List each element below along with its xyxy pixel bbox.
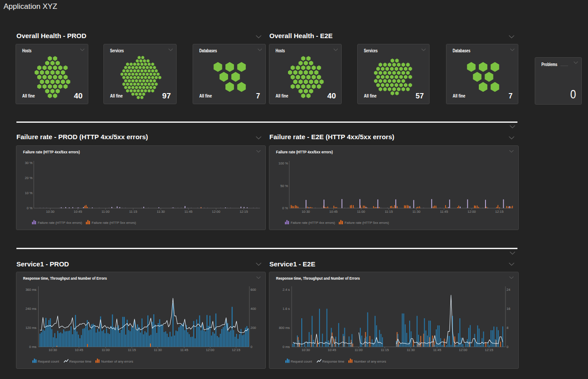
svg-text:0: 0: [251, 345, 253, 349]
svg-text:0 ms: 0 ms: [29, 345, 37, 349]
svg-text:10:30: 10:30: [46, 210, 55, 214]
svg-text:11:15: 11:15: [129, 210, 137, 214]
svg-text:Request count: Request count: [291, 359, 312, 363]
svg-text:Hosts: Hosts: [276, 48, 285, 53]
svg-text:All fine: All fine: [199, 93, 212, 98]
svg-text:0 %: 0 %: [282, 206, 288, 210]
svg-text:0 ms: 0 ms: [283, 345, 290, 349]
svg-text:Failure rate (HTTP 4xx errors): Failure rate (HTTP 4xx errors): [38, 221, 82, 225]
svg-text:2.4 s: 2.4 s: [283, 288, 290, 292]
svg-text:10:45: 10:45: [329, 210, 338, 214]
svg-text:10:45: 10:45: [74, 210, 82, 214]
svg-text:Failure rate (HTTP 4xx/5xx err: Failure rate (HTTP 4xx/5xx errors): [23, 149, 80, 154]
svg-text:Databases: Databases: [453, 48, 470, 53]
svg-text:0: 0: [507, 345, 509, 349]
svg-text:Number of any errors: Number of any errors: [101, 359, 133, 363]
svg-text:800 ms: 800 ms: [279, 326, 290, 330]
svg-text:11:30: 11:30: [157, 210, 165, 214]
svg-text:11:45: 11:45: [440, 210, 448, 214]
svg-text:12:00: 12:00: [212, 210, 221, 214]
svg-text:Databases: Databases: [199, 48, 217, 53]
svg-text:Request count: Request count: [38, 359, 59, 363]
svg-text:Failure rate (HTTP 4xx errors): Failure rate (HTTP 4xx errors): [291, 221, 335, 225]
svg-text:40: 40: [74, 92, 83, 100]
svg-text:12:15: 12:15: [495, 210, 504, 214]
svg-text:Hosts: Hosts: [22, 48, 32, 53]
svg-text:600: 600: [251, 288, 257, 292]
svg-text:Number of any errors: Number of any errors: [354, 359, 386, 363]
svg-text:Response time: Response time: [69, 359, 91, 363]
svg-text:7: 7: [509, 92, 513, 100]
svg-text:Services: Services: [364, 48, 378, 53]
svg-text:57: 57: [416, 92, 424, 100]
svg-text:Response time: Response time: [322, 359, 344, 363]
svg-text:Failure rate (HTTP 5xx errors): Failure rate (HTTP 5xx errors): [345, 221, 389, 225]
svg-text:Failure rate (HTTP 4xx/5xx err: Failure rate (HTTP 4xx/5xx errors): [276, 149, 333, 154]
svg-text:Failure rate (HTTP 5xx errors): Failure rate (HTTP 5xx errors): [92, 221, 136, 225]
svg-text:Problems: Problems: [541, 62, 557, 67]
svg-text:360 ms: 360 ms: [25, 288, 36, 292]
svg-text:16: 16: [507, 307, 510, 311]
svg-text:11:00: 11:00: [357, 210, 365, 214]
svg-text:12:00: 12:00: [468, 210, 476, 214]
svg-text:Services: Services: [110, 48, 124, 53]
svg-text:11:30: 11:30: [412, 210, 420, 214]
svg-text:30 %: 30 %: [25, 161, 32, 165]
svg-text:Response time, Throughput and: Response time, Throughput and Number of …: [23, 276, 107, 281]
svg-text:All fine: All fine: [453, 93, 466, 98]
svg-text:40: 40: [328, 92, 336, 100]
svg-text:97: 97: [162, 92, 171, 100]
svg-text:All fine: All fine: [22, 93, 35, 98]
svg-text:Response time, Throughput and: Response time, Throughput and Number of …: [276, 276, 360, 281]
svg-text:20 %: 20 %: [25, 176, 32, 180]
svg-text:All fine: All fine: [110, 93, 123, 98]
svg-text:7: 7: [256, 92, 260, 100]
svg-text:12:15: 12:15: [240, 210, 248, 214]
svg-text:240 ms: 240 ms: [25, 307, 36, 311]
svg-text:120 ms: 120 ms: [25, 326, 36, 330]
svg-text:200: 200: [251, 326, 257, 330]
svg-text:11:00: 11:00: [102, 210, 110, 214]
svg-text:10:30: 10:30: [302, 210, 310, 214]
svg-text:400: 400: [251, 307, 257, 311]
svg-text:0: 0: [570, 88, 576, 101]
svg-text:1.6 s: 1.6 s: [283, 307, 290, 311]
svg-text:50 %: 50 %: [280, 184, 288, 188]
svg-text:24: 24: [507, 288, 510, 292]
svg-text:8: 8: [507, 326, 509, 330]
svg-text:All fine: All fine: [364, 93, 377, 98]
svg-text:100 %: 100 %: [279, 161, 288, 165]
svg-text:10 %: 10 %: [25, 191, 32, 195]
svg-text:11:15: 11:15: [385, 210, 393, 214]
svg-text:11:45: 11:45: [185, 210, 193, 214]
svg-text:All fine: All fine: [276, 93, 288, 98]
svg-text:0 %: 0 %: [27, 206, 32, 210]
